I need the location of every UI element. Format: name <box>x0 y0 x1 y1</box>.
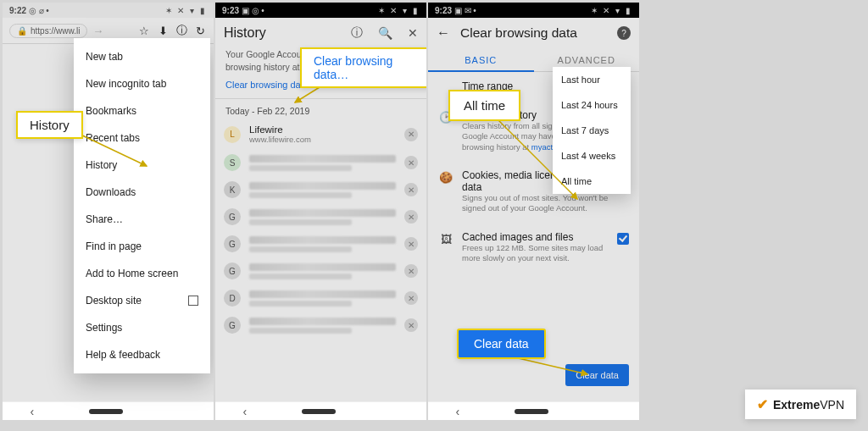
favicon: G <box>224 262 241 279</box>
menu-item-add-to-home-screen[interactable]: Add to Home screen <box>74 260 210 287</box>
android-navbar: ‹ <box>428 401 639 420</box>
cached-row[interactable]: 🖼 Cached images and files Frees up 122 M… <box>428 223 639 273</box>
delete-history-item-icon[interactable]: ✕ <box>404 128 418 141</box>
menu-item-history[interactable]: History <box>74 152 210 179</box>
date-header: Today - Feb 22, 2019 <box>215 99 426 119</box>
time-range-option[interactable]: Last 24 hours <box>553 92 631 118</box>
menu-item-help-feedback[interactable]: Help & feedback <box>74 341 210 368</box>
favicon: G <box>224 317 241 334</box>
history-row[interactable]: S✕ <box>215 149 426 176</box>
delete-history-item-icon[interactable]: ✕ <box>404 264 418 278</box>
delete-history-item-icon[interactable]: ✕ <box>404 210 418 224</box>
menu-item-new-tab[interactable]: New tab <box>74 43 210 70</box>
delete-history-item-icon[interactable]: ✕ <box>404 183 418 196</box>
nav-home-icon[interactable] <box>515 409 548 414</box>
status-bar: 9:23 ▣ ◎ • ✶ ✕ ▾ ▮ <box>215 3 426 18</box>
pane-history: 9:23 ▣ ◎ • ✶ ✕ ▾ ▮ History ⓘ 🔍 ✕ Your Go… <box>215 3 426 420</box>
history-row[interactable]: L Lifewire www.lifewire.com ✕ <box>215 119 426 149</box>
overflow-menu: New tabNew incognito tabBookmarksRecent … <box>74 38 210 373</box>
history-row[interactable]: G✕ <box>215 230 426 257</box>
star-icon[interactable]: ☆ <box>137 25 151 37</box>
back-arrow-icon[interactable]: ← <box>437 25 450 41</box>
time-range-option[interactable]: Last hour <box>553 67 631 92</box>
history-item-subtitle: www.lifewire.com <box>249 135 396 144</box>
history-row[interactable]: D✕ <box>215 285 426 312</box>
delete-history-item-icon[interactable]: ✕ <box>404 156 418 169</box>
android-navbar: ‹ <box>215 401 426 420</box>
callout-all-time: All time <box>448 90 520 121</box>
cookie-icon: 🍪 <box>438 171 453 184</box>
tab-basic[interactable]: BASIC <box>428 48 534 72</box>
menu-item-desktop-site[interactable]: Desktop site <box>74 287 210 314</box>
nav-home-icon[interactable] <box>302 409 336 414</box>
info-icon[interactable]: ⓘ <box>175 23 188 38</box>
help-icon[interactable]: ? <box>617 26 631 40</box>
time-range-option[interactable]: Last 7 days <box>553 118 631 143</box>
menu-item-new-incognito-tab[interactable]: New incognito tab <box>74 70 210 97</box>
lock-icon: 🔒 <box>17 26 27 36</box>
menu-item-recent-tabs[interactable]: Recent tabs <box>74 124 210 152</box>
info-icon[interactable]: ⓘ <box>351 25 363 41</box>
clear-data-header: ← Clear browsing data ? <box>428 18 639 48</box>
page-title: Clear browsing data <box>460 25 607 41</box>
time-range-option[interactable]: All time <box>553 169 631 194</box>
favicon: G <box>224 235 241 252</box>
status-bar: 9:22 ◎ ⌀ • ✶ ✕ ▾ ▮ <box>3 3 214 18</box>
nav-home-icon[interactable] <box>89 409 123 414</box>
callout-history: History <box>16 111 83 139</box>
pane-clear-data: 9:23 ▣ ✉ • ✶ ✕ ▾ ▮ ← Clear browsing data… <box>428 3 639 420</box>
delete-history-item-icon[interactable]: ✕ <box>404 318 418 332</box>
favicon: K <box>224 181 241 198</box>
history-header: History ⓘ 🔍 ✕ <box>215 18 426 48</box>
cached-checkbox[interactable] <box>617 233 629 245</box>
brand-mark-icon: ✔ <box>757 396 768 412</box>
callout-clear-data: Clear data <box>457 329 546 359</box>
callout-clear-browsing-data: Clear browsing data… <box>300 47 426 88</box>
close-icon[interactable]: ✕ <box>408 26 418 40</box>
page-title: History <box>224 25 336 41</box>
time-range-dropdown: Last hourLast 24 hoursLast 7 daysLast 4 … <box>553 67 631 194</box>
time-range-option[interactable]: Last 4 weeks <box>553 143 631 169</box>
delete-history-item-icon[interactable]: ✕ <box>404 291 418 305</box>
status-bar: 9:23 ▣ ✉ • ✶ ✕ ▾ ▮ <box>428 3 639 18</box>
history-row[interactable]: G✕ <box>215 257 426 285</box>
brand-logo: ✔ ExtremeVPN <box>745 390 856 419</box>
history-row[interactable]: G✕ <box>215 312 426 339</box>
pane-menu: 9:22 ◎ ⌀ • ✶ ✕ ▾ ▮ 🔒 https://www.li → ☆ … <box>3 3 214 420</box>
history-item-title: Lifewire <box>249 124 396 135</box>
menu-item-find-in-page[interactable]: Find in page <box>74 233 210 260</box>
forward-icon[interactable]: → <box>92 25 103 37</box>
url-chip[interactable]: 🔒 https://www.li <box>9 24 87 38</box>
nav-back-icon[interactable]: ‹ <box>242 405 247 418</box>
clear-data-button[interactable]: Clear data <box>565 364 629 386</box>
search-icon[interactable]: 🔍 <box>378 26 392 40</box>
reload-icon[interactable]: ↻ <box>193 25 207 37</box>
history-row[interactable]: G✕ <box>215 203 426 230</box>
favicon: D <box>224 290 241 307</box>
favicon: L <box>224 126 241 143</box>
delete-history-item-icon[interactable]: ✕ <box>404 237 418 251</box>
nav-back-icon[interactable]: ‹ <box>30 405 34 418</box>
favicon: S <box>224 154 241 171</box>
checkbox-icon[interactable] <box>188 296 198 306</box>
favicon: G <box>224 208 241 225</box>
menu-item-downloads[interactable]: Downloads <box>74 179 210 206</box>
image-icon: 🖼 <box>438 233 453 246</box>
nav-back-icon[interactable]: ‹ <box>455 405 459 418</box>
android-navbar: ‹ <box>3 401 214 420</box>
menu-item-bookmarks[interactable]: Bookmarks <box>74 97 210 124</box>
download-icon[interactable]: ⬇ <box>156 25 170 37</box>
menu-item-share-[interactable]: Share… <box>74 206 210 233</box>
menu-item-settings[interactable]: Settings <box>74 314 210 341</box>
history-row[interactable]: K✕ <box>215 176 426 203</box>
